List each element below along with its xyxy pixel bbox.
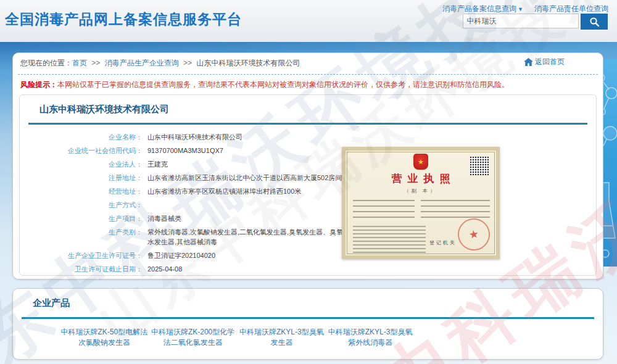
risk-notice-text: 本网站仅基于已掌握的信息提供查询服务，查询结果不代表本网站对被查询对象信用状况的… [57,80,509,89]
field-row-production-mode: 生产方式： [20,198,353,212]
search-bar [463,14,608,30]
header: 全国消毒产品网上备案信息服务平台 消毒产品备案信息查询▼消毒产品责任单位查询 [0,0,617,42]
field-row-production-item: 生产项目：消毒器械类 [20,212,353,225]
field-row-hygiene-license-no: 生产企业卫生许可证号：鲁卫消证字202104020 [20,249,353,262]
license-text-lines-left [353,200,415,221]
search-icon [589,17,600,27]
breadcrumb-home-link[interactable]: 首页 [72,59,87,67]
breadcrumb-separator: >> [91,59,100,67]
nav-link-responsible-unit-query[interactable]: 消毒产品责任单位查询 [534,4,608,13]
products-panel: 企业产品 中科瑞沃牌ZK-50型电解法次氯酸钠发生器 中科瑞沃牌ZK-200型化… [12,288,603,360]
site-title: 全国消毒产品网上备案信息服务平台 [5,10,242,29]
product-link-zkyl3-ozone[interactable]: 中科瑞沃牌ZKYL-3型臭氧发生器 [238,327,326,348]
risk-notice-label: 风险提示： [20,80,57,89]
title-underline [28,123,587,125]
product-link-zkyl3-uv[interactable]: 中科瑞沃牌ZKYL-3型臭氧紫外线消毒器 [326,327,415,348]
search-input[interactable] [463,14,579,28]
license-issuer-label: 登记机关 [429,239,457,246]
field-row-registered-address: 注册地址：山东省潍坊高新区玉清东街以北中心次干道以西高新大厦502房间 [20,171,353,184]
search-button[interactable] [581,14,608,30]
products-underline [22,317,594,319]
product-link-zk50[interactable]: 中科瑞沃牌ZK-50型电解法次氯酸钠发生器 [60,327,149,348]
company-fields: 企业名称：山东中科瑞沃环境技术有限公司 企业统一社会信用代码：91370700M… [20,130,353,276]
business-license-image: ★ 营业执照 （副 本） 登记机关 ★ [342,147,500,259]
breadcrumb-current: 山东中科瑞沃环境技术有限公司 [196,59,300,67]
qr-code-icon [470,157,489,175]
breadcrumb: 您现在的位置：首页 >> 消毒产品生产企业查询 >> 山东中科瑞沃环境技术有限公… [20,58,595,72]
caret-down-icon: ▼ [518,6,523,12]
nav-link-record-info-query[interactable]: 消毒产品备案信息查询▼ [442,4,523,13]
field-row-credit-code: 企业统一社会信用代码：91370700MA3M3U1QX7 [20,144,353,157]
field-row-production-category: 生产类别：紫外线消毒器,次氯酸钠发生器,二氧化氯发生器,臭氧发生器、臭氧水发生器… [20,225,353,249]
license-subtitle: （副 本） [346,188,496,194]
breadcrumb-category-link[interactable]: 消毒产品生产企业查询 [105,59,179,67]
back-home-link[interactable]: 返回首页 [524,57,565,67]
field-row-legal-person: 企业法人：王建克 [20,157,353,171]
license-scope-paragraph [353,226,426,253]
product-list: 中科瑞沃牌ZK-50型电解法次氯酸钠发生器 中科瑞沃牌ZK-200型化学法二氧化… [60,327,415,348]
risk-notice: 风险提示：本网站仅基于已掌握的信息提供查询服务，查询结果不代表本网站对被查询对象… [20,80,595,90]
company-name-title: 山东中科瑞沃环境技术有限公司 [39,104,169,115]
products-title: 企业产品 [33,297,70,309]
home-icon [524,58,533,66]
breadcrumb-label: 您现在的位置： [20,59,72,67]
national-emblem-icon: ★ [413,154,428,170]
breadcrumb-separator: >> [183,59,192,67]
product-link-zk200[interactable]: 中科瑞沃牌ZK-200型化学法二氧化氯发生器 [149,327,238,348]
dashed-divider [18,74,598,75]
page: 全国消毒产品网上备案信息服务平台 消毒产品备案信息查询▼消毒产品责任单位查询 您… [0,0,617,364]
license-text-lines-right [421,200,490,221]
field-row-license-expiry: 卫生许可证截止日期：2025-04-08 [20,262,353,276]
field-row-business-address: 经营地址：山东省潍坊市寒亭区双杨店镇湖淋埠出村路西100米 [20,184,353,198]
company-info-card: 山东中科瑞沃环境技术有限公司 企业名称：山东中科瑞沃环境技术有限公司 企业统一社… [19,94,597,276]
field-row-name: 企业名称：山东中科瑞沃环境技术有限公司 [20,130,353,144]
header-nav: 消毒产品备案信息查询▼消毒产品责任单位查询 [442,4,608,14]
company-detail-panel: 您现在的位置：首页 >> 消毒产品生产企业查询 >> 山东中科瑞沃环境技术有限公… [12,52,603,279]
